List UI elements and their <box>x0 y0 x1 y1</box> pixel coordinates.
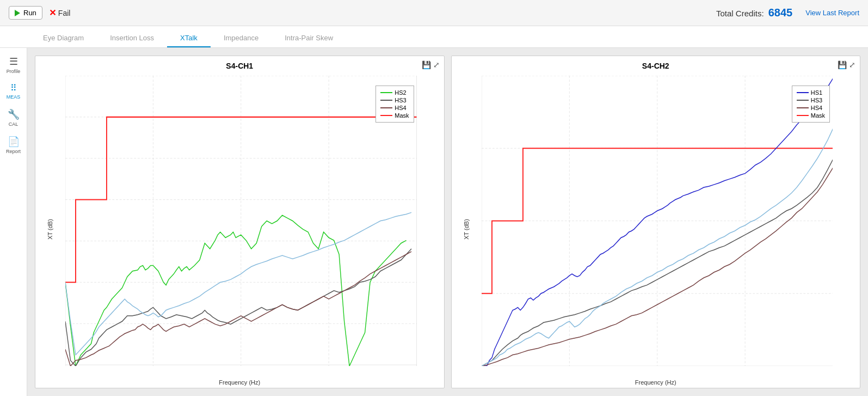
chart-ch1-svg: -5 -10 -15 -20 -25 -30 -35 -40 0 5·10⁹ 1… <box>65 76 417 366</box>
legend-item-mask-ch1: Mask <box>380 112 409 119</box>
chart-ch2-legend: HS1 HS3 HS4 Mask <box>792 86 830 123</box>
meas-icon: ⠿ <box>10 83 17 93</box>
legend-item-hs4-ch2: HS4 <box>797 105 825 111</box>
legend-line-mask-ch1 <box>380 115 392 116</box>
run-button[interactable]: Run <box>9 6 42 20</box>
legend-item-hs1-ch2: HS1 <box>797 89 825 96</box>
sidebar-cal-label: CAL <box>9 121 19 127</box>
tab-intra-pair-skew[interactable]: Intra-Pair Skew <box>272 29 346 47</box>
chart-ch2-ylabel: XT (dB) <box>463 219 469 240</box>
cal-icon: 🔧 <box>8 108 20 120</box>
chart-ch2-title: S4-CH2 <box>452 62 860 70</box>
tab-impedance[interactable]: Impedance <box>211 29 272 47</box>
credits-section: Total Credits: 6845 <box>716 7 792 19</box>
chart-ch2-xlabel: Frequency (Hz) <box>635 379 676 386</box>
sidebar-item-cal[interactable]: 🔧 CAL <box>0 105 27 130</box>
fail-section: ✕ Fail <box>49 8 71 18</box>
chart-ch1-legend: HS2 HS3 HS4 Mask <box>375 86 414 123</box>
main-area: ☰ Profile ⠿ MEAS 🔧 CAL 📄 Report S4-CH1 💾… <box>0 48 868 396</box>
fail-icon: ✕ <box>49 8 56 18</box>
legend-item-hs2: HS2 <box>380 89 409 96</box>
legend-line-hs2 <box>380 92 392 93</box>
sidebar-item-meas[interactable]: ⠿ MEAS <box>0 80 27 103</box>
credits-label: Total Credits: <box>716 9 764 18</box>
legend-line-hs3-ch2 <box>797 100 809 101</box>
legend-item-hs3: HS3 <box>380 97 409 103</box>
expand-icon-ch1[interactable]: ⤢ <box>433 60 440 69</box>
legend-label-hs3-ch2: HS3 <box>811 97 822 103</box>
chart-ch2-svg: -5 -10 -20 -30 -40 0 5·10⁹ 1·10¹⁰ 1.5·10… <box>482 76 833 366</box>
sidebar-report-label: Report <box>6 149 21 154</box>
legend-line-hs4-ch2 <box>797 107 809 108</box>
credits-value: 6845 <box>768 7 793 19</box>
sidebar: ☰ Profile ⠿ MEAS 🔧 CAL 📄 Report <box>0 48 27 396</box>
legend-line-mask-ch2 <box>797 115 809 116</box>
top-bar: Run ✕ Fail Total Credits: 6845 View Last… <box>0 0 868 26</box>
chart-ch1-title: S4-CH1 <box>35 62 444 70</box>
legend-item-mask-ch2: Mask <box>797 112 825 119</box>
sidebar-item-profile[interactable]: ☰ Profile <box>0 52 27 77</box>
chart-ch1-icons: 💾 ⤢ <box>422 60 440 69</box>
legend-label-hs2: HS2 <box>395 89 406 96</box>
charts-area: S4-CH1 💾 ⤢ XT (dB) Frequency (Hz) HS2 HS… <box>27 48 868 396</box>
report-icon: 📄 <box>8 136 20 148</box>
sidebar-item-report[interactable]: 📄 Report <box>0 132 27 157</box>
view-last-report-link[interactable]: View Last Report <box>805 9 859 17</box>
legend-label-mask-ch1: Mask <box>395 112 409 119</box>
legend-label-mask-ch2: Mask <box>811 112 825 119</box>
sidebar-meas-label: MEAS <box>7 94 21 100</box>
legend-label-hs4: HS4 <box>395 105 406 111</box>
chart-ch1: S4-CH1 💾 ⤢ XT (dB) Frequency (Hz) HS2 HS… <box>35 56 445 388</box>
tabs-bar: Eye Diagram Insertion Loss XTalk Impedan… <box>0 26 868 48</box>
save-icon-ch1[interactable]: 💾 <box>422 60 431 69</box>
fail-label: Fail <box>58 9 71 17</box>
run-label: Run <box>23 9 36 17</box>
run-icon <box>15 10 20 16</box>
chart-ch2: S4-CH2 💾 ⤢ XT (dB) Frequency (Hz) HS1 HS… <box>451 56 861 388</box>
chart-ch1-wrapper: XT (dB) Frequency (Hz) HS2 HS3 HS4 <box>35 70 444 388</box>
expand-icon-ch2[interactable]: ⤢ <box>849 60 855 69</box>
tab-xtalk[interactable]: XTalk <box>167 29 211 47</box>
chart-ch1-ylabel: XT (dB) <box>47 219 53 240</box>
legend-item-hs4: HS4 <box>380 105 409 111</box>
legend-label-hs3: HS3 <box>395 97 406 103</box>
legend-line-hs4 <box>380 107 392 108</box>
tab-insertion-loss[interactable]: Insertion Loss <box>97 29 167 47</box>
chart-ch2-wrapper: XT (dB) Frequency (Hz) HS1 HS3 HS4 <box>452 70 860 388</box>
legend-line-hs1-ch2 <box>797 92 809 93</box>
legend-line-hs3 <box>380 100 392 101</box>
sidebar-profile-label: Profile <box>7 69 21 74</box>
save-icon-ch2[interactable]: 💾 <box>838 60 847 69</box>
profile-icon: ☰ <box>9 56 18 68</box>
tab-eye-diagram[interactable]: Eye Diagram <box>30 29 97 47</box>
legend-item-hs3-ch2: HS3 <box>797 97 825 103</box>
chart-ch2-icons: 💾 ⤢ <box>838 60 855 69</box>
chart-ch1-xlabel: Frequency (Hz) <box>219 379 260 386</box>
legend-label-hs1-ch2: HS1 <box>811 89 822 96</box>
legend-label-hs4-ch2: HS4 <box>811 105 822 111</box>
